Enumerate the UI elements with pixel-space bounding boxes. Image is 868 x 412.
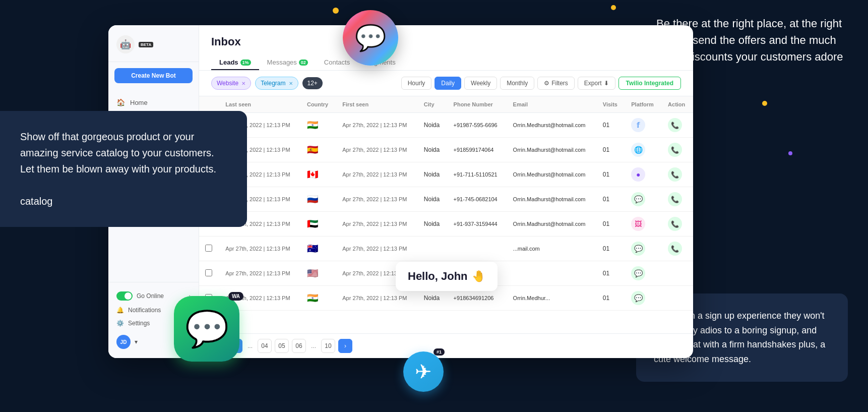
messages-badge: 02 (299, 60, 308, 66)
cell-visits: 01 (597, 212, 625, 237)
platform-icon: 🖼 (631, 217, 645, 231)
platform-icon: 💬 (631, 291, 645, 305)
deco-dot-11 (788, 151, 792, 155)
table-row[interactable]: Apr 27th, 2022 | 12:13 PM 🇦🇺 Apr 27th, 2… (199, 237, 693, 261)
cell-country: 🇦🇪 (301, 212, 336, 237)
tabs-bar: Leads 1% Messages 02 Contacts Segments (211, 54, 681, 70)
twilio-button[interactable]: Twilio Integrated (618, 77, 681, 90)
call-icon[interactable]: 📞 (668, 143, 682, 157)
call-icon[interactable]: 📞 (668, 242, 682, 256)
cell-last-seen: Apr 27th, 2022 | 12:13 PM (219, 237, 301, 261)
col-city: City (418, 96, 448, 113)
cell-platform: 𝕗 (625, 113, 662, 138)
cell-country: 🇦🇺 (301, 237, 336, 261)
page-dots-1: ... (245, 342, 255, 349)
website-filter-label: Website (217, 80, 238, 87)
cell-email: Orrin.Madhurst@hotmail.com (507, 212, 597, 237)
left-description-block: Show off that gorgeous product or your a… (0, 111, 247, 227)
notifications-label: Notifications (128, 307, 161, 314)
table-row[interactable]: Apr 27th, 2022 | 12:13 PM 🇪🇸 Apr 27th, 2… (199, 138, 693, 162)
tab-messages[interactable]: Messages 02 (259, 54, 316, 70)
cell-country: 🇮🇳 (301, 113, 336, 138)
toggle-switch[interactable] (116, 291, 133, 301)
create-bot-button[interactable]: Create New Bot (114, 68, 193, 83)
page-4-btn[interactable]: 04 (258, 339, 272, 353)
cell-first-seen: Apr 27th, 2022 | 12:13 PM (336, 237, 418, 261)
tab-leads[interactable]: Leads 1% (211, 54, 259, 70)
platform-icon: 💬 (631, 266, 645, 280)
page-10-btn[interactable]: 10 (321, 339, 335, 353)
cell-country: 🇨🇦 (301, 162, 336, 187)
cell-visits: 01 (597, 237, 625, 261)
deco-dot-1 (333, 8, 339, 14)
cell-action: 📞 (662, 237, 693, 261)
sidebar-header: 🤖 BETA (108, 25, 199, 62)
cell-platform: 💬 (625, 286, 662, 311)
filter-telegram[interactable]: Telegram ✕ (255, 77, 298, 90)
cell-email: Orrin.Medhurst@hotmail.com (507, 113, 597, 138)
filters-label: Filters (551, 80, 568, 87)
table-row[interactable]: Apr 27th, 2022 | 12:13 PM 🇮🇳 Apr 27th, 2… (199, 113, 693, 138)
sidebar-item-home[interactable]: 🏠 Home (108, 93, 199, 111)
cell-first-seen: Apr 27th, 2022 | 12:13 PM (336, 212, 418, 237)
deco-dot-10 (762, 101, 767, 106)
cell-checkbox[interactable] (199, 261, 219, 286)
cell-city: Noida (418, 138, 448, 162)
platform-icon: ● (631, 167, 645, 182)
main-header: Inbox Leads 1% Messages 02 Contacts Segm… (199, 25, 693, 71)
contacts-tab-label: Contacts (324, 58, 350, 66)
filter-more[interactable]: 12+ (302, 77, 323, 89)
cell-checkbox[interactable] (199, 237, 219, 261)
col-email: Email (507, 96, 597, 113)
whatsapp-bubble[interactable]: WA 💬 (174, 296, 239, 362)
pagination: ‹ 01 ... 04 05 06 ... 10 › (199, 333, 693, 358)
whatsapp-icon: 💬 (185, 308, 229, 349)
col-last-seen: Last seen (219, 96, 301, 113)
monthly-btn[interactable]: Monthly (500, 77, 534, 90)
hello-popup: Hello, John 🤚 (396, 262, 498, 291)
telegram-bubble[interactable]: #1 ✈ (403, 351, 444, 392)
table-row[interactable]: Apr 27th, 2022 | 12:13 PM 🇷🇺 Apr 27th, 2… (199, 187, 693, 212)
wa-badge: WA (228, 292, 243, 301)
cell-city: Noida (418, 187, 448, 212)
export-button[interactable]: Export ⬇ (578, 77, 615, 90)
cell-action (662, 261, 693, 286)
website-filter-close[interactable]: ✕ (241, 81, 245, 86)
page-6-btn[interactable]: 06 (292, 339, 306, 353)
daily-btn[interactable]: Daily (435, 77, 461, 90)
filter-website[interactable]: Website ✕ (211, 77, 251, 90)
home-icon: 🏠 (116, 98, 125, 106)
table-row[interactable]: Apr 27th, 2022 | 12:13 PM 🇨🇦 Apr 27th, 2… (199, 162, 693, 187)
page-5-btn[interactable]: 05 (275, 339, 289, 353)
cell-visits: 01 (597, 113, 625, 138)
filters-button[interactable]: ⚙ Filters (537, 77, 575, 90)
cell-visits: 01 (597, 187, 625, 212)
call-icon[interactable]: 📞 (668, 167, 682, 182)
left-main-text: Show off that gorgeous product or your a… (20, 131, 216, 174)
cell-action: 📞 (662, 113, 693, 138)
cell-action: 📞 (662, 162, 693, 187)
call-icon[interactable]: 📞 (668, 118, 682, 132)
cell-action: 📞 (662, 212, 693, 237)
cell-email: Orrin.Medhur... (507, 286, 597, 311)
weekly-btn[interactable]: Weekly (464, 77, 497, 90)
next-page-btn[interactable]: › (338, 339, 352, 353)
messenger-bubble[interactable]: 💬 (343, 10, 398, 66)
page-dots-2: ... (309, 342, 318, 349)
cell-city (418, 237, 448, 261)
table-row[interactable]: Apr 27th, 2022 | 12:13 PM 🇦🇪 Apr 27th, 2… (199, 212, 693, 237)
left-sub-text: catalog (20, 196, 53, 207)
call-icon[interactable]: 📞 (668, 217, 682, 231)
col-platform: Platform (625, 96, 662, 113)
platform-icon: 🌐 (631, 143, 645, 157)
cell-country: 🇮🇳 (301, 286, 336, 311)
hourly-btn[interactable]: Hourly (401, 77, 432, 90)
col-first-seen: First seen (336, 96, 418, 113)
telegram-filter-close[interactable]: ✕ (289, 81, 293, 86)
nav-home-label: Home (130, 99, 148, 106)
cell-platform: 🖼 (625, 212, 662, 237)
cell-last-seen: Apr 27th, 2022 | 12:13 PM (219, 261, 301, 286)
filter-icon: ⚙ (544, 80, 549, 87)
call-icon[interactable]: 📞 (668, 192, 682, 206)
cell-platform: 💬 (625, 187, 662, 212)
